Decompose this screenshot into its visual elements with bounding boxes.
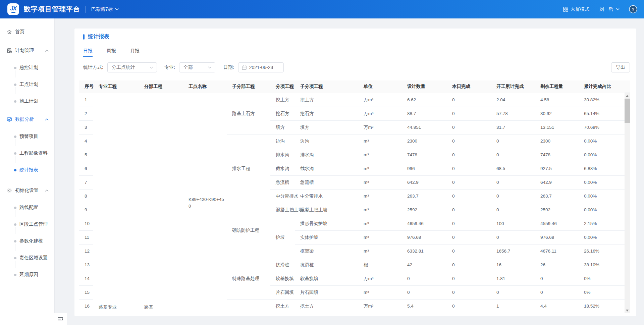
cell-cum-pct: 6.88% [579, 162, 625, 175]
cell-today-done: 0 [447, 272, 491, 285]
help-button[interactable]: ? [630, 6, 637, 13]
tab-daily[interactable]: 日报 [83, 45, 93, 57]
sidebar-item-plan-management[interactable]: 计划管理 [0, 44, 55, 57]
sidebar-item-construction-plan[interactable]: 施工计划 [0, 93, 55, 110]
cell-no: 1 [79, 93, 93, 107]
tab-monthly[interactable]: 月报 [130, 45, 140, 57]
sidebar-subitem-label: 路线配置 [19, 205, 38, 211]
logo-underline [11, 12, 15, 13]
sidebar-item-statistical-reports[interactable]: 统计报表 [0, 162, 55, 178]
cell-no: 14 [79, 272, 93, 285]
cell-no: 2 [79, 107, 93, 120]
grid-icon [563, 7, 568, 12]
big-screen-mode-button[interactable]: 大屏模式 [563, 6, 589, 12]
sidebar-item-route-config[interactable]: 路线配置 [0, 199, 55, 216]
cell-today-done: 0 [447, 203, 491, 217]
table-viewport: 序号专业工程分部工程工点名称子分部工程分项工程子分项工程单位设计数量本日完成开工… [79, 80, 625, 313]
scroll-up-arrow-icon[interactable] [625, 93, 630, 98]
vertical-scrollbar[interactable] [625, 93, 630, 313]
chevron-up-icon [45, 50, 49, 52]
col-header-remaining: 剩余工程量 [535, 80, 579, 93]
sidebar-item-delay-reasons[interactable]: 延期原因 [0, 266, 55, 283]
date-input[interactable]: 2021-06-23 [238, 62, 284, 72]
cell-started-cum: 0 [491, 148, 535, 162]
sidebar-item-initialization-settings[interactable]: 初始化设置 [0, 184, 55, 197]
analysis-icon [7, 117, 12, 122]
app-logo: JX [7, 3, 19, 15]
cell-design-qty: 88.7 [402, 107, 447, 120]
sidebar-group-data-analysis: 数据分析预警项目工程影像资料统计报表 [0, 113, 55, 178]
sidebar-item-responsibility-area-settings[interactable]: 责任区域设置 [0, 250, 55, 266]
cell-no: 16 [79, 299, 93, 313]
sidebar-item-warning-projects[interactable]: 预警项目 [0, 128, 55, 145]
cell-design-qty: 44.851 [402, 120, 447, 134]
sidebar-subitem-label: 统计报表 [19, 167, 38, 173]
calendar-icon [242, 65, 247, 70]
cell-remaining: 4559.46 [535, 217, 579, 230]
cell-sub-item: 边沟 [295, 134, 358, 148]
cell-design-qty: 5.4 [402, 299, 447, 313]
cell-cum-pct: 0.00% [579, 203, 625, 217]
sidebar-item-data-analysis[interactable]: 数据分析 [0, 113, 55, 126]
cell-no: 10 [79, 217, 93, 230]
cell-cum-pct: 0% [579, 285, 625, 299]
cell-cum-pct: 0.00% [579, 189, 625, 203]
sidebar-submenu-initialization-settings: 路线配置区段工点管理参数化建模责任区域设置延期原因 [0, 199, 55, 283]
cell-unit: m³ [358, 203, 402, 217]
sidebar-item-label: 首页 [15, 29, 24, 35]
sidebar-collapse-button[interactable] [58, 317, 63, 322]
export-button[interactable]: 导出 [611, 62, 630, 72]
logo-text: JX [10, 6, 16, 11]
cell-design-qty: 7478 [402, 148, 447, 162]
cell-remaining: 0 [535, 272, 579, 285]
cell-remaining: 263.7 [535, 189, 579, 203]
sidebar-subitem-label: 总控计划 [19, 65, 38, 71]
cell-remaining: 0 [535, 285, 579, 299]
cell-cum-pct: 0.00% [579, 148, 625, 162]
cell-design-qty: 0 [402, 285, 447, 299]
col-header-no: 序号 [79, 80, 93, 93]
sidebar-item-section-site-management[interactable]: 区段工点管理 [0, 216, 55, 233]
cell-item: 混凝土挡土墙 [270, 203, 295, 217]
cell-sub-item: 软基换填 [295, 272, 358, 285]
cell-unit: m³ [358, 244, 402, 258]
cell-today-done: 0 [447, 299, 491, 313]
sidebar-item-site-plan[interactable]: 工点计划 [0, 76, 55, 93]
cell-item: 中分带排水 [270, 189, 295, 203]
cell-started-cum: 2.04 [491, 93, 535, 107]
sidebar-item-home[interactable]: 首页 [0, 25, 55, 39]
title-accent-bar [83, 34, 85, 40]
tab-weekly[interactable]: 周报 [107, 45, 116, 57]
cell-no: 4 [79, 134, 93, 148]
stat-method-select[interactable]: 分工点统计 [107, 62, 157, 72]
cell-sub-division: 特殊路基处理 [227, 258, 270, 299]
cell-design-qty: 2300 [402, 134, 447, 148]
user-menu[interactable]: 刘一哲 [599, 6, 620, 12]
cell-unit: 万m³ [358, 120, 402, 134]
cell-today-done: 0 [447, 134, 491, 148]
date-value: 2021-06-23 [249, 65, 273, 70]
scrollbar-thumb[interactable] [625, 99, 630, 123]
cell-unit: m³ [358, 189, 402, 203]
cell-today-done: 0 [447, 217, 491, 230]
cell-unit: m³ [358, 217, 402, 230]
home-icon [7, 29, 12, 35]
sidebar-navigation: 首页计划管理总控计划工点计划施工计划数据分析预警项目工程影像资料统计报表初始化设… [0, 18, 55, 325]
sidebar-subitem-label: 施工计划 [19, 98, 38, 104]
col-header-today-done: 本日完成 [447, 80, 491, 93]
sidebar-item-parametric-modeling[interactable]: 参数化建模 [0, 233, 55, 250]
col-header-sub-division: 子分部工程 [227, 80, 270, 93]
cell-sub-item: 抗滑桩 [295, 258, 358, 272]
cell-today-done: 0 [447, 120, 491, 134]
sidebar-item-master-control-plan[interactable]: 总控计划 [0, 59, 55, 76]
scroll-down-arrow-icon[interactable] [625, 308, 630, 313]
cell-today-done: 0 [447, 93, 491, 107]
cell-item: 抗滑桩 [270, 258, 295, 272]
specialty-label: 专业: [164, 64, 175, 70]
specialty-select[interactable]: 全部 [179, 62, 215, 72]
cell-remaining: 13.151 [535, 120, 579, 134]
specialty-value: 全部 [183, 64, 193, 70]
sidebar-item-project-images[interactable]: 工程影像资料 [0, 145, 55, 162]
cell-today-done: 0 [447, 148, 491, 162]
project-selector[interactable]: 巴彭路7标 [91, 6, 119, 12]
